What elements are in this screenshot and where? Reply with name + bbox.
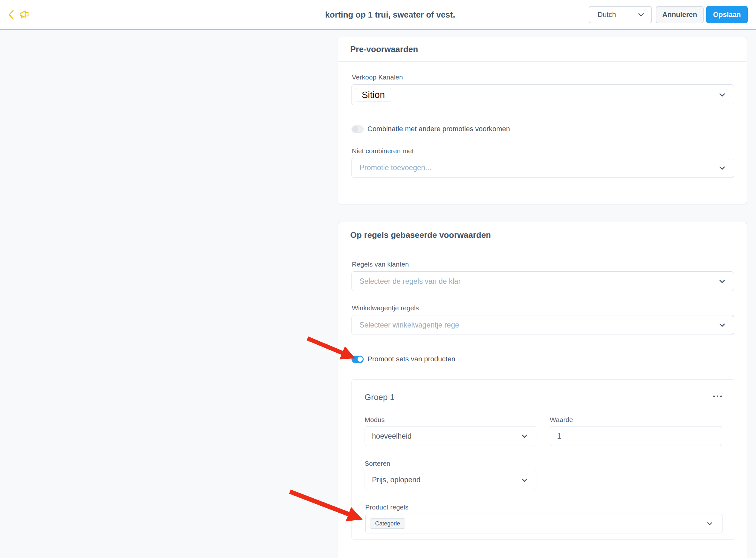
megaphone-icon (18, 9, 31, 20)
cart-rules-select[interactable]: Selecteer winkelwagentje rege (352, 315, 734, 335)
chevron-down-icon (718, 164, 726, 172)
chevron-down-icon (718, 91, 726, 99)
toggle-knob (358, 357, 363, 362)
waarde-label: Waarde (550, 416, 573, 424)
cancel-button-label: Annuleren (662, 10, 697, 19)
modus-select[interactable]: hoeveelheid (364, 426, 536, 446)
combine-promotions-toggle[interactable] (352, 125, 363, 133)
chevron-down-icon (706, 520, 713, 527)
group-card: Groep 1 Modus Waarde hoeveelheid 1 Sorte… (351, 379, 735, 540)
chevron-down-icon (718, 277, 726, 285)
customer-rules-select[interactable]: Selecteer de regels van de klar (352, 271, 734, 291)
sales-channels-select[interactable]: Sition (352, 84, 734, 105)
product-rules-select[interactable]: Categorie (365, 514, 723, 533)
sorteren-select[interactable]: Prijs, oplopend (364, 470, 536, 490)
sales-channel-tag[interactable]: Sition (356, 88, 391, 102)
chevron-down-icon (637, 11, 645, 19)
not-combine-label: Niet combineren met (352, 147, 414, 155)
back-button[interactable] (6, 9, 17, 20)
sorteren-select-value: Prijs, oplopend (365, 476, 421, 484)
pre-conditions-card-title: Pre-voorwaarden (338, 37, 747, 61)
promote-sets-toggle-row[interactable]: Promoot sets van producten (352, 355, 455, 363)
sorteren-label: Sorteren (364, 460, 390, 467)
promotion-edit-page: korting op 1 trui, sweater of vest. Dutc… (0, 0, 756, 558)
modus-select-value: hoeveelheid (365, 432, 411, 440)
group-menu-button[interactable] (713, 396, 722, 397)
select-placeholder: Promotie toevoegen... (352, 163, 431, 172)
chevron-down-icon (521, 476, 528, 484)
waarde-input-value: 1 (550, 432, 561, 440)
combine-promotions-toggle-row[interactable]: Combinatie met andere promoties voorkome… (352, 125, 510, 133)
waarde-input[interactable]: 1 (550, 426, 722, 446)
chevron-down-icon (521, 432, 528, 440)
product-rules-label: Product regels (365, 503, 408, 511)
select-placeholder: Selecteer de regels van de klar (352, 277, 461, 286)
language-select-value: Dutch (598, 10, 616, 19)
pre-conditions-card: Pre-voorwaarden Verkoop Kanalen Sition C… (338, 37, 747, 204)
customer-rules-label: Regels van klanten (352, 260, 409, 268)
select-placeholder: Selecteer winkelwagentje rege (352, 321, 459, 329)
promote-sets-toggle[interactable] (352, 356, 363, 363)
save-button-label: Opslaan (713, 10, 741, 19)
cancel-button[interactable]: Annuleren (656, 6, 704, 23)
header-bar: korting op 1 trui, sweater of vest. Dutc… (0, 0, 756, 30)
cart-rules-label: Winkelwagentje regels (352, 304, 419, 312)
toggle-knob (352, 126, 358, 132)
not-combine-select[interactable]: Promotie toevoegen... (352, 158, 734, 178)
combine-promotions-label: Combinatie met andere promoties voorkome… (368, 125, 510, 133)
product-category-tag[interactable]: Categorie (370, 518, 405, 529)
modus-label: Modus (364, 416, 385, 424)
rules-card: Op regels gebaseerde voorwaarden Regels … (338, 222, 747, 558)
promote-sets-label: Promoot sets van producten (368, 355, 455, 363)
chevron-left-icon (7, 9, 16, 20)
group-title: Groep 1 (364, 392, 395, 402)
page-title: korting op 1 trui, sweater of vest. (325, 10, 455, 20)
save-button[interactable]: Opslaan (706, 6, 748, 23)
sales-channels-label: Verkoop Kanalen (352, 73, 403, 81)
rules-card-title: Op regels gebaseerde voorwaarden (338, 222, 747, 248)
language-select[interactable]: Dutch (589, 6, 652, 23)
chevron-down-icon (718, 321, 726, 329)
